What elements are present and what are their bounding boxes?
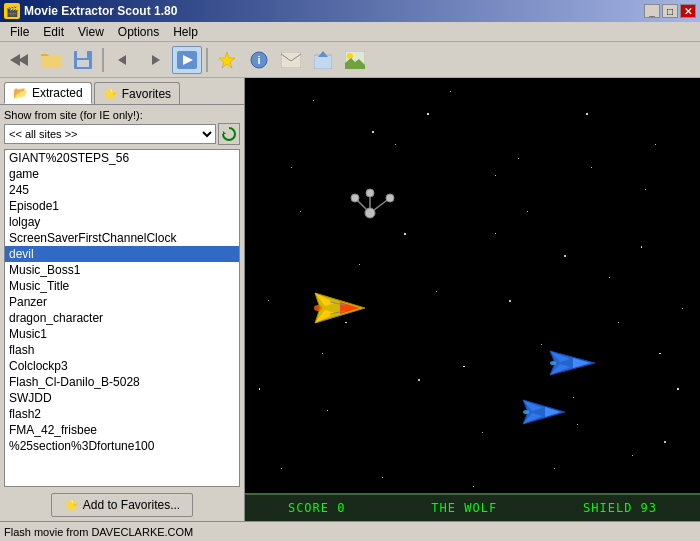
add-to-favorites-button[interactable]: ⭐ Add to Favorites... [51,493,193,517]
list-item[interactable]: devil [5,246,239,262]
list-item[interactable]: GIANT%20STEPS_56 [5,150,239,166]
svg-point-28 [386,194,394,202]
star [450,91,451,92]
tabs-row: 📂 Extracted ⭐ Favorites [0,78,244,104]
list-item[interactable]: Music_Title [5,278,239,294]
favorites-tab-icon: ⭐ [103,87,118,101]
back-button[interactable] [4,46,34,74]
extracted-tab-label: Extracted [32,86,83,100]
info-button[interactable]: i [244,46,274,74]
list-item[interactable]: SWJDD [5,390,239,406]
menu-file[interactable]: File [4,23,35,41]
app-icon: 🎬 [4,3,20,19]
star [677,388,679,390]
molecule-object [340,188,400,241]
menu-options[interactable]: Options [112,23,165,41]
list-item[interactable]: ScreenSaverFirstChannelClock [5,230,239,246]
list-item[interactable]: Episode1 [5,198,239,214]
main-content: 📂 Extracted ⭐ Favorites Show from site (… [0,78,700,521]
maximize-button[interactable]: □ [662,4,678,18]
play-button[interactable] [172,46,202,74]
svg-marker-18 [223,131,226,134]
star [586,113,588,115]
menu-view[interactable]: View [72,23,110,41]
svg-marker-10 [219,52,235,68]
add-favorites-label: Add to Favorites... [83,498,180,512]
svg-rect-13 [281,52,301,68]
list-item[interactable]: flash [5,342,239,358]
item-list[interactable]: GIANT%20STEPS_56game245Episode1lolgayScr… [4,149,240,487]
list-item[interactable]: 245 [5,182,239,198]
folder-button[interactable] [36,46,66,74]
star [664,441,666,443]
list-item[interactable]: flash2 [5,406,239,422]
svg-point-19 [314,305,322,311]
window-controls[interactable]: _ □ ✕ [644,4,696,18]
list-item[interactable]: %25section%3Dfortune100 [5,438,239,454]
enemy-ship-2 [520,398,570,429]
svg-marker-15 [318,51,328,57]
shield-display: SHIELD 93 [583,501,657,515]
star [632,455,634,457]
star [682,308,683,309]
filter-row: << all sites >> [4,123,240,145]
list-item[interactable]: Colclockp3 [5,358,239,374]
svg-point-27 [365,208,375,218]
list-item[interactable]: lolgay [5,214,239,230]
menu-bar: File Edit View Options Help [0,22,700,42]
list-item[interactable]: Flash_Cl-Danilo_B-5028 [5,374,239,390]
next-button[interactable] [140,46,170,74]
list-item[interactable]: Panzer [5,294,239,310]
player-ship [305,288,375,331]
image-button[interactable] [340,46,370,74]
list-item[interactable]: Music_Boss1 [5,262,239,278]
star [554,468,555,469]
star [509,300,511,302]
site-filter-select[interactable]: << all sites >> [4,124,216,144]
refresh-button[interactable] [218,123,240,145]
star [641,246,643,248]
star [359,264,360,265]
mail-button[interactable] [276,46,306,74]
svg-rect-14 [314,55,332,69]
svg-point-23 [523,410,529,414]
toolbar-separator-1 [102,48,104,72]
list-item[interactable]: Music1 [5,326,239,342]
close-button[interactable]: ✕ [680,4,696,18]
menu-help[interactable]: Help [167,23,204,41]
star-button[interactable] [212,46,242,74]
star [473,486,475,488]
star [382,477,383,478]
star [541,344,542,345]
export-button[interactable] [308,46,338,74]
toolbar: i [0,42,700,78]
enemy-ship-1 [545,348,600,381]
star [527,211,528,212]
list-item[interactable]: game [5,166,239,182]
svg-marker-6 [118,55,126,65]
star [268,300,269,301]
favorites-tab-label: Favorites [122,87,171,101]
filter-label: Show from site (for IE only!): [4,109,240,121]
status-text: Flash movie from DAVECLARKE.COM [4,526,193,538]
left-panel: 📂 Extracted ⭐ Favorites Show from site (… [0,78,245,521]
right-panel: SCORE 0 THE WOLF SHIELD 93 [245,78,700,521]
menu-edit[interactable]: Edit [37,23,70,41]
tab-favorites[interactable]: ⭐ Favorites [94,82,180,104]
star [573,397,574,398]
tab-extracted[interactable]: 📂 Extracted [4,82,92,104]
svg-rect-4 [77,51,87,58]
list-item[interactable]: dragon_character [5,310,239,326]
star [322,353,323,354]
list-item[interactable]: FMA_42_frisbee [5,422,239,438]
star [577,424,578,425]
save-button[interactable] [68,46,98,74]
star [427,113,429,115]
prev-button[interactable] [108,46,138,74]
star [591,167,592,168]
svg-point-30 [366,189,374,197]
star [327,410,328,411]
star [313,100,314,101]
minimize-button[interactable]: _ [644,4,660,18]
star [518,158,519,159]
